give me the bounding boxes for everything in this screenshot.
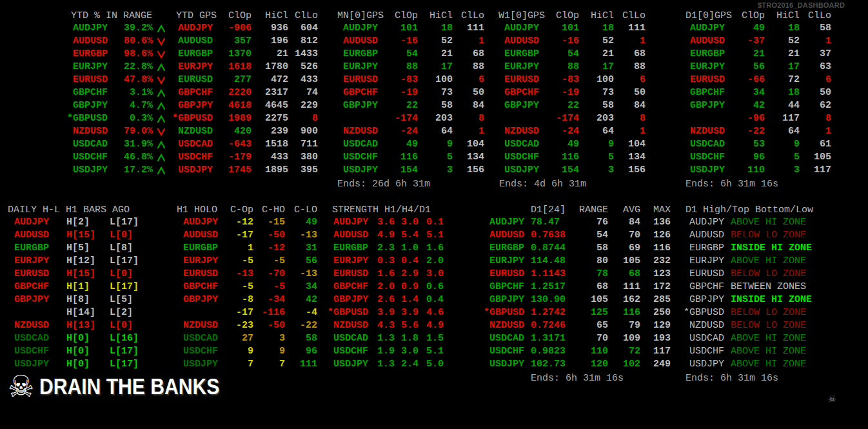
table-header: STRENGTH H1/H4/D1	[326, 204, 444, 216]
symbol-label: USDCHF	[680, 345, 724, 358]
table-row-eurgbp: EURGBP212137	[682, 48, 831, 61]
table-row-gbpusd: *GBPUSDBELOW LO ZONE	[680, 306, 860, 319]
zone-cell: INSIDE HI ZONE	[724, 294, 860, 306]
value-cell: 285	[640, 294, 671, 306]
value-cell: 8	[800, 112, 831, 125]
value-cell: 2.3	[368, 242, 395, 255]
symbol-label: AUDUSD	[170, 35, 213, 48]
column-header: HiCl	[418, 10, 453, 22]
table-row-gbpchf: GBPCHF-197350	[497, 86, 646, 99]
value-cell: 117	[765, 112, 800, 125]
symbol-label: GBPCHF	[6, 281, 57, 294]
value-cell: L[16]	[110, 332, 161, 345]
symbol-label: USDCAD	[497, 138, 547, 151]
value-cell: 63	[800, 61, 831, 74]
table-row-nzdusd: NZDUSDH[13]L[0]	[6, 319, 161, 332]
value-cell: 3.1%	[108, 86, 153, 99]
table-row-eurgbp: EURGBP0.87445869116	[480, 242, 671, 255]
value-cell: -15	[253, 216, 285, 229]
value-cell: 74	[288, 86, 318, 99]
symbol-label: EURGBP	[682, 48, 733, 61]
column-header: HiCl	[765, 10, 800, 22]
value-cell: 78.47	[524, 216, 572, 229]
zone-cell: BELOW LO ZONE	[724, 229, 860, 242]
value-cell: 1.3	[368, 358, 395, 371]
value-cell: 2.4	[395, 358, 419, 371]
symbol-label: *GBPUSD	[680, 306, 724, 319]
zone-cell: BELOW LO ZONE	[724, 268, 860, 281]
value-cell: 70	[608, 229, 640, 242]
value-cell: -179	[213, 151, 252, 164]
table-row-nzdusd: NZDUSD-24641	[335, 125, 484, 138]
value-cell: 249	[640, 358, 671, 371]
column-header: AVG	[608, 204, 640, 216]
value-cell: 54	[547, 48, 579, 61]
value-cell: 116	[608, 306, 640, 319]
table-header-row: W1[0]GPSClOpHiClClLo	[497, 10, 646, 22]
symbol-label: USDCHF	[497, 151, 547, 164]
table-row-usdcad: USDCAD499104	[497, 138, 646, 151]
table-row-eurjpy: EURJPY-5-556	[175, 255, 317, 268]
column-header: ClOp	[733, 10, 765, 22]
value-cell: 79.0%	[108, 125, 153, 138]
value-cell: -19	[386, 86, 418, 99]
value-cell: 196	[252, 35, 288, 48]
value-cell: 31.9%	[108, 138, 153, 151]
value-cell: L[17]	[110, 216, 161, 229]
value-cell: 21	[733, 48, 765, 61]
value-cell: H[12]	[57, 255, 110, 268]
column-header: ClOp	[547, 10, 579, 22]
value-cell: 18	[765, 86, 800, 99]
value-cell: 1.5	[419, 332, 444, 345]
table-row-eurusd: EURUSD-13-70-13	[175, 268, 317, 281]
value-cell: 88	[614, 61, 646, 74]
value-cell: H[0]	[57, 345, 110, 358]
zone-cell: ABOVE HI ZONE	[724, 216, 860, 229]
value-cell: 604	[288, 22, 318, 35]
panel-d1-24: D1[24]RANGEAVGMAXAUDJPY78.477684136AUDUS…	[480, 204, 671, 385]
table-row-audjpy: AUDJPY10118111	[335, 22, 484, 35]
value-cell: 116	[386, 151, 418, 164]
table-row-gbpjpy: GBPJPY225884	[335, 99, 484, 112]
value-cell: 1989	[213, 112, 252, 125]
value-cell: 78	[572, 268, 608, 281]
value-cell: 110	[733, 164, 765, 177]
value-cell: 68	[608, 268, 640, 281]
value-cell: 64	[579, 125, 614, 138]
symbol-label: EURUSD	[175, 268, 226, 281]
value-cell: 4.9	[419, 319, 444, 332]
value-cell: 420	[213, 125, 252, 138]
value-cell: 154	[547, 164, 579, 177]
value-cell: 111	[285, 358, 317, 371]
table-row-gbpusd: GBPUSDH[14]L[2]	[6, 306, 161, 319]
table-row-usdchf: USDCHF0.982311072117	[480, 345, 671, 358]
table-row-gbpusd: GBPUSD-961178	[682, 112, 831, 125]
table-row-audusd: AUDUSD-17-50-13	[175, 229, 317, 242]
value-cell: 58	[285, 332, 317, 345]
value-cell: 6	[614, 74, 646, 86]
value-cell: 109	[608, 332, 640, 345]
value-cell: -22	[733, 125, 765, 138]
value-cell: 134	[453, 151, 484, 164]
value-cell: 4.7%	[108, 99, 153, 112]
table-row-gbpjpy: GBPJPY4.7%	[62, 99, 170, 112]
value-cell: 1	[800, 125, 831, 138]
symbol-label: AUDUSD	[175, 229, 226, 242]
value-cell: 58	[800, 22, 831, 35]
value-cell: 0.4	[395, 255, 419, 268]
table-header-row: MN[0]GPSClOpHiClClLo	[335, 10, 484, 22]
value-cell: L[0]	[110, 229, 161, 242]
value-cell: 5	[579, 151, 614, 164]
symbol-label: AUDJPY	[680, 216, 724, 229]
value-cell: -906	[213, 22, 252, 35]
value-cell: 134	[614, 151, 646, 164]
value-cell: 0.7246	[524, 319, 572, 332]
value-cell: 47.8%	[108, 74, 153, 86]
table-row-nzdusd: NZDUSD-24641	[497, 125, 646, 138]
value-cell: 5.6	[395, 319, 419, 332]
value-cell: 21	[418, 48, 453, 61]
value-cell: 1895	[252, 164, 288, 177]
symbol-label: USDCAD	[335, 138, 386, 151]
zone-cell: BELOW LO ZONE	[724, 306, 860, 319]
panel-w1-gps: W1[0]GPSClOpHiClClLoAUDJPY10118111AUDUSD…	[497, 10, 646, 191]
